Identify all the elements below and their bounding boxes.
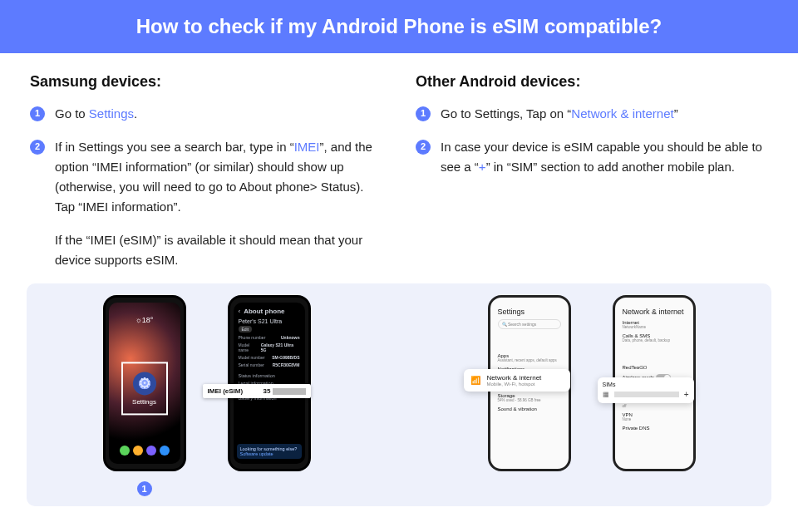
samsung-steps: 1Go to Settings.2If in Settings you see … — [30, 104, 382, 270]
callout-title: Network & internet — [487, 374, 542, 382]
settings-highlight: Settings — [121, 362, 168, 415]
samsung-shot-1: ☼18° Settings 1 — [103, 295, 186, 496]
other-shots: Settings 🔍 Search settings AppsAssistant… — [411, 295, 771, 496]
settings-category: InternetNetworkName — [623, 320, 686, 329]
step-body: Go to Settings, Tap on “Network & intern… — [441, 104, 768, 124]
samsung-shot-2: ‹About phone Peter's S21 Ultra Edit Phon… — [228, 295, 311, 423]
other-column: Other Android devices: 1Go to Settings, … — [416, 73, 768, 283]
imei-callout: IMEI (eSIM) 35 — [203, 384, 311, 398]
callout-sub: Mobile, Wi-Fi, hotspot — [487, 382, 542, 387]
step-extra: If the “IMEI (eSIM)” is available it sho… — [55, 230, 382, 270]
step-body: Go to Settings. — [55, 104, 382, 124]
network-title: Network & internet — [623, 308, 686, 316]
sims-callout: SIMs ▦ + — [598, 377, 694, 403]
other-steps: 1Go to Settings, Tap on “Network & inter… — [416, 104, 768, 177]
samsung-column: Samsung devices: 1Go to Settings.2If in … — [30, 73, 382, 283]
phone-mock: ‹About phone Peter's S21 Ultra Edit Phon… — [228, 295, 311, 471]
gear-icon — [133, 372, 156, 395]
imei-label: IMEI (eSIM) — [208, 387, 244, 395]
edit-pill: Edit — [239, 326, 253, 332]
cta-sub: Software update — [240, 451, 298, 456]
sim-mask — [614, 392, 679, 397]
info-row: Model nameGalaxy S21 Ultra 5G — [239, 342, 300, 352]
wifi-icon: 📶 — [470, 376, 480, 385]
imei-prefix: 35 — [264, 387, 271, 395]
other-heading: Other Android devices: — [416, 73, 768, 91]
step-body: In case your device is eSIM capable you … — [441, 137, 768, 177]
samsung-shots: ☼18° Settings 1 ‹About phone Peter's S21… — [27, 295, 387, 496]
imei-mask — [273, 388, 306, 395]
settings-category: RedTeaGO — [623, 365, 686, 370]
shot-badge: 1 — [137, 481, 152, 496]
step-number: 1 — [416, 106, 431, 121]
info-row: Phone numberUnknown — [239, 335, 300, 340]
settings-category: VPNNone — [623, 412, 686, 421]
dock — [114, 446, 175, 459]
device-name: Peter's S21 Ultra — [239, 318, 300, 324]
step-number: 2 — [416, 140, 431, 155]
screenshot-row: ☼18° Settings 1 ‹About phone Peter's S21… — [27, 283, 771, 506]
keyword: + — [479, 160, 486, 174]
settings-category: Calls & SMSData, phone, default, backup — [623, 333, 686, 342]
settings-title: Settings — [498, 308, 561, 316]
step: 2In case your device is eSIM capable you… — [416, 137, 768, 177]
other-shot-1: Settings 🔍 Search settings AppsAssistant… — [488, 295, 571, 416]
step: 1Go to Settings, Tap on “Network & inter… — [416, 104, 768, 124]
keyword: Network & internet — [571, 106, 673, 121]
settings-category: Private DNS — [623, 426, 686, 431]
link-row: Status information — [239, 373, 300, 378]
step: 1Go to Settings. — [30, 104, 382, 124]
info-row: Model numberSM-G998B/DS — [239, 355, 300, 360]
samsung-heading: Samsung devices: — [30, 73, 382, 91]
other-shot-2: Network & internet InternetNetworkNameCa… — [613, 295, 696, 428]
keyword: Settings — [89, 106, 134, 121]
back-icon: ‹ — [239, 308, 241, 315]
phone-mock: ☼18° Settings — [103, 295, 186, 471]
about-phone-title: About phone — [244, 308, 284, 315]
step-number: 1 — [30, 106, 45, 121]
weather: ☼18° — [109, 316, 180, 324]
hero-title: How to check if my Android Phone is eSIM… — [136, 15, 663, 37]
search-bar: 🔍 Search settings — [498, 319, 561, 329]
plus-icon: + — [684, 390, 689, 399]
settings-category: Sound & vibration — [498, 406, 561, 411]
sims-title: SIMs — [603, 382, 689, 387]
settings-category: AppsAssistant, recent apps, default apps — [498, 353, 561, 362]
settings-category: Storage54% used - 58.96 GB free — [498, 393, 561, 402]
sim-icon: ▦ — [603, 391, 609, 398]
settings-label: Settings — [132, 398, 156, 406]
network-internet-callout: 📶 Network & internet Mobile, Wi-Fi, hots… — [464, 369, 570, 392]
step-number: 2 — [30, 140, 45, 155]
step-body: If in Settings you see a search bar, typ… — [55, 137, 382, 270]
step: 2If in Settings you see a search bar, ty… — [30, 137, 382, 270]
hero-banner: How to check if my Android Phone is eSIM… — [0, 0, 798, 53]
keyword: IMEI — [294, 140, 320, 154]
columns: Samsung devices: 1Go to Settings.2If in … — [0, 53, 798, 283]
